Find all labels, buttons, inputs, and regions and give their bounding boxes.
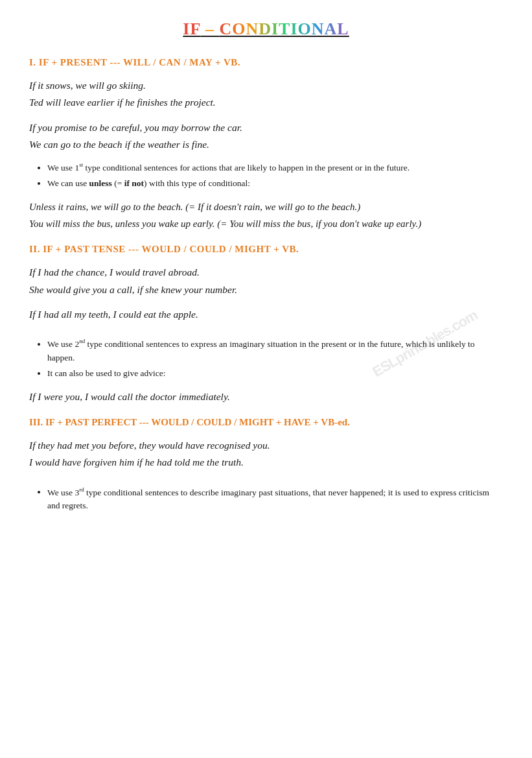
unless-line: Unless it rains, we will go to the beach… — [29, 198, 503, 215]
title-dash: – — [200, 19, 219, 38]
section-2: II. IF + PAST TENSE --- WOULD / COULD / … — [29, 244, 503, 405]
bullet-item: We use 2nd type conditional sentences to… — [47, 337, 503, 364]
section-1-examples: If it snows, we will go skiing. Ted will… — [29, 77, 503, 153]
section-1-bullets: We use 1st type conditional sentences fo… — [29, 161, 503, 190]
unless-line: You will miss the bus, unless you wake u… — [29, 215, 503, 232]
example-line: She would give you a call, if she knew y… — [29, 281, 503, 298]
page-title: IF – CONDITIONAL — [29, 19, 503, 39]
section-3-heading: III. IF + PAST PERFECT --- WOULD / COULD… — [29, 417, 503, 428]
example-line: I would have forgiven him if he had told… — [29, 454, 503, 471]
example-line: We can go to the beach if the weather is… — [29, 136, 503, 153]
example-line: If they had met you before, they would h… — [29, 437, 503, 454]
bullet-item: We can use unless (= if not) with this t… — [47, 177, 503, 191]
section-2-heading: II. IF + PAST TENSE --- WOULD / COULD / … — [29, 244, 503, 255]
example-line: If I had all my teeth, I could eat the a… — [29, 306, 503, 323]
page-wrapper: ESLprintables.com IF – CONDITIONAL I. IF… — [29, 19, 503, 513]
bullet-item: We use 3rd type conditional sentences to… — [47, 486, 503, 513]
example-line: If I had the chance, I would travel abro… — [29, 264, 503, 281]
unless-block: Unless it rains, we will go to the beach… — [29, 198, 503, 233]
title-if: IF — [183, 19, 200, 38]
bullet-item: It can also be used to give advice: — [47, 367, 503, 381]
section-3-examples: If they had met you before, they would h… — [29, 437, 503, 471]
title-conditional: CONDITIONAL — [219, 19, 349, 38]
section-3-bullets: We use 3rd type conditional sentences to… — [29, 486, 503, 513]
section-3: III. IF + PAST PERFECT --- WOULD / COULD… — [29, 417, 503, 513]
section-1-heading: I. IF + PRESENT --- WILL / CAN / MAY + V… — [29, 57, 503, 68]
section-2-advice: If I were you, I would call the doctor i… — [29, 388, 503, 405]
section-1: I. IF + PRESENT --- WILL / CAN / MAY + V… — [29, 57, 503, 232]
example-line: Ted will leave earlier if he finishes th… — [29, 94, 503, 111]
example-line: If you promise to be careful, you may bo… — [29, 119, 503, 136]
advice-example: If I were you, I would call the doctor i… — [29, 388, 503, 405]
section-2-bullets: We use 2nd type conditional sentences to… — [29, 337, 503, 380]
example-line: If it snows, we will go skiing. — [29, 77, 503, 94]
bullet-item: We use 1st type conditional sentences fo… — [47, 161, 503, 174]
section-2-examples: If I had the chance, I would travel abro… — [29, 264, 503, 323]
